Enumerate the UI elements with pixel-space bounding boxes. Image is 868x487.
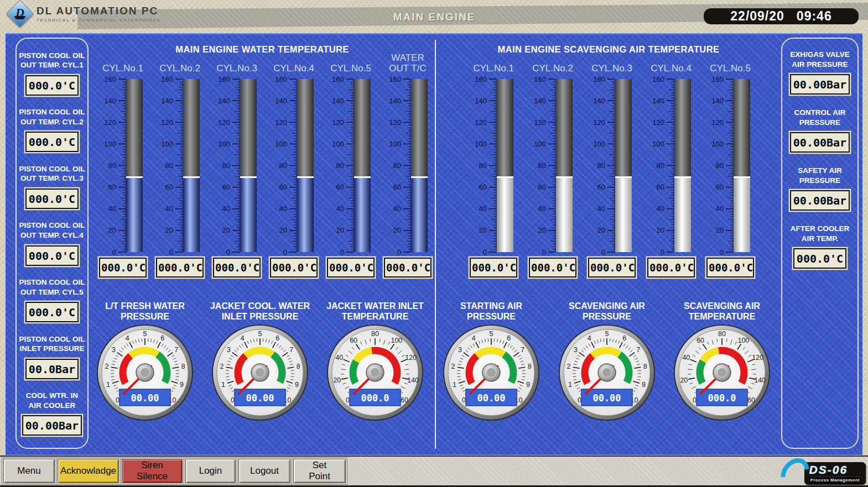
bar-value-display: 000.0'C [270,258,318,277]
set-point-button[interactable]: Set Point [293,459,346,483]
dial-gauge: 012345678910 00.00 [211,324,309,421]
login-button[interactable]: Login [185,459,236,483]
acknowladge-button[interactable]: Acknowladge [58,459,119,483]
svg-text:100: 100 [593,140,605,148]
readout-label: PISTON COOL OIL OUT TEMP. CYL.1 [19,51,85,70]
svg-text:0: 0 [397,248,401,256]
bar-fill [734,176,750,252]
readout-label: PISTON COOL OIL INLET PRESSURE [19,334,85,354]
svg-text:60: 60 [697,337,704,344]
svg-text:100: 100 [275,140,287,148]
readout-label: PISTON COOL OIL OUT TEMP. CYL.5 [19,277,85,297]
logout-button[interactable]: Logout [238,459,290,483]
svg-text:40: 40 [279,205,287,213]
readout-label: COOL WTR. IN AIR COOLER [26,391,78,410]
bar-tube [411,79,428,252]
svg-text:6: 6 [622,334,626,342]
svg-text:4: 4 [241,334,245,342]
svg-text:160: 160 [652,75,664,83]
svg-text:40: 40 [165,205,173,213]
svg-text:9: 9 [180,381,184,389]
svg-text:60: 60 [393,183,401,191]
svg-text:4: 4 [588,334,591,342]
svg-text:20: 20 [222,226,230,234]
menu-button[interactable]: Menu [3,459,55,483]
svg-text:120: 120 [389,118,401,127]
svg-text:100: 100 [104,140,116,148]
svg-text:20: 20 [657,226,664,234]
dial-gauge: 020406080100120140160 000.0 [326,324,424,421]
gauge-readout: 000.0 [708,392,736,404]
bar-gauge-label: CYL.No.4 [648,50,694,74]
svg-text:0: 0 [169,248,173,256]
bar-fill [497,176,513,252]
dial-gauge: 012345678910 00.00 [558,324,656,421]
svg-text:140: 140 [407,376,419,384]
svg-text:140: 140 [652,97,664,105]
svg-text:2: 2 [566,363,570,370]
company-logo-icon: D [6,0,34,28]
bar-tube [497,79,513,252]
gauge-readout: 000.0 [361,392,389,404]
time-display: 09:46 [797,9,832,24]
svg-text:40: 40 [716,205,724,213]
bar-value-display: 000.0'C [156,258,204,277]
bar-gauge-column: CYL.No.3020406080100120140160 [589,50,635,256]
sidebar-readout: EXH/GAS VALVE AIR PRESSURE00.00Bar [790,50,850,95]
svg-text:8: 8 [643,363,647,370]
bar-tube [734,79,750,252]
svg-text:0: 0 [340,248,344,256]
bar-fill [240,176,257,252]
sidebar-readout: PISTON COOL OIL OUT TEMP. CYL.3000.0'C [19,164,85,209]
lcd-value: 00.00Bar [790,74,850,95]
bar-gauge-label: CYL.No.4 [271,50,317,74]
svg-text:2: 2 [451,363,455,370]
dial-gauge-title: L/T FRESH WATER PRESSURE [79,301,211,322]
svg-text:7: 7 [521,346,524,354]
gauge-readout: 00.00 [477,392,505,404]
svg-text:1: 1 [106,381,110,389]
svg-text:20: 20 [333,376,341,384]
svg-text:80: 80 [479,161,487,170]
svg-text:0: 0 [116,396,119,404]
svg-text:60: 60 [597,183,605,191]
sidebar-readout: PISTON COOL OIL OUT TEMP. CYL.2000.0'C [19,107,85,152]
lcd-value: 000.0'C [25,245,79,266]
lcd-value: 000.0'C [793,248,846,269]
svg-text:0: 0 [693,396,697,404]
dial-gauge: 012345678910 00.00 [96,324,194,421]
svg-text:80: 80 [108,161,116,170]
svg-text:100: 100 [534,140,546,148]
svg-text:80: 80 [371,330,379,338]
svg-text:0: 0 [661,248,664,256]
lcd-value: 00.00Bar [22,415,82,436]
svg-text:160: 160 [218,75,230,83]
svg-text:120: 120 [405,354,417,362]
sidebar-readout: CONTROL AIR PRESSURE00.00Bar [790,108,850,153]
svg-text:100: 100 [475,140,487,148]
bar-fill [297,176,314,252]
svg-text:40: 40 [657,205,664,213]
bar-gauge-column: WATER OUT T/C020406080100120140160 [384,50,431,256]
svg-text:120: 120 [752,354,763,362]
svg-text:60: 60 [657,183,664,191]
svg-text:60: 60 [165,183,173,191]
svg-text:160: 160 [332,75,344,83]
svg-text:7: 7 [636,346,640,354]
svg-text:0: 0 [231,396,235,404]
toolbar: MenuAcknowladgeSiren SilenceLoginLogoutS… [0,455,868,487]
svg-text:8: 8 [528,363,532,370]
bar-value-display: 000.0'C [470,258,517,277]
siren-silence-button[interactable]: Siren Silence [122,459,183,483]
svg-text:40: 40 [108,205,116,213]
svg-text:60: 60 [108,183,116,191]
svg-text:160: 160 [711,75,724,83]
svg-text:100: 100 [389,140,401,148]
bar-fill [615,176,632,252]
svg-text:120: 120 [218,118,230,127]
bar-tube [297,79,314,252]
svg-text:4: 4 [126,334,129,342]
brand-name: DS-06 [809,464,861,475]
svg-text:60: 60 [279,183,287,191]
svg-text:40: 40 [597,205,605,213]
